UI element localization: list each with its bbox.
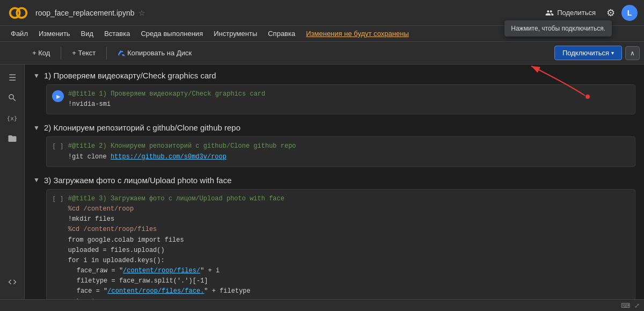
play-icon: ▶ bbox=[56, 93, 61, 99]
section-1-title: 1) Проверяем видеокарту/Check graphics c… bbox=[44, 71, 216, 80]
section-1-header: ▼ 1) Проверяем видеокарту/Check graphics… bbox=[33, 71, 635, 80]
cell-1-code: #@title 1) Проверяем видеокарту/Check gr… bbox=[68, 89, 630, 110]
cell-1: ▶ #@title 1) Проверяем видеокарту/Check … bbox=[46, 84, 635, 114]
sidebar-menu-icon[interactable]: ☰ bbox=[4, 69, 21, 86]
section-2-title: 2) Клонируем репозиторий с github/Clone … bbox=[44, 123, 240, 132]
code-line-3-3: !mkdir files bbox=[68, 214, 630, 225]
copy-to-drive-button[interactable]: Копировать на Диск bbox=[112, 46, 197, 60]
star-icon[interactable]: ☆ bbox=[138, 9, 145, 17]
code-line-3-4: %cd /content/roop/files bbox=[68, 225, 630, 235]
toolbar-separator-2 bbox=[106, 47, 107, 60]
sidebar-variables-icon[interactable]: {x} bbox=[4, 110, 21, 127]
settings-button[interactable]: ⚙ bbox=[606, 7, 615, 19]
toolbar: + Код + Текст Копировать на Диск Подключ… bbox=[0, 42, 644, 64]
menu-insert[interactable]: Вставка bbox=[100, 27, 134, 40]
code-line-3-7: for i in uploaded.keys(): bbox=[68, 256, 630, 266]
cell-2-code: #@title 2) Клонируем репозиторий с githu… bbox=[68, 141, 630, 162]
cell-2-bracket: [ ] bbox=[52, 143, 64, 150]
section-3-title: 3) Загружаем фото с лицом/Upload photo w… bbox=[44, 176, 232, 185]
main-layout: ☰ {x} ▼ 1) Проверяе bbox=[0, 64, 644, 311]
drive-icon bbox=[118, 49, 125, 57]
add-code-button[interactable]: + Код bbox=[27, 46, 55, 60]
sidebar-files-icon[interactable] bbox=[4, 130, 21, 147]
code-line-3-9: filetype = face_raw.split('.')[-1] bbox=[68, 276, 630, 286]
notebook-content: ▼ 1) Проверяем видеокарту/Check graphics… bbox=[25, 64, 644, 311]
svg-point-1 bbox=[17, 8, 26, 18]
toolbar-separator-1 bbox=[61, 47, 61, 60]
chevron-up-button[interactable]: ∧ bbox=[625, 46, 640, 60]
add-text-button[interactable]: + Текст bbox=[67, 46, 101, 60]
connect-button[interactable]: Подключиться ▾ bbox=[554, 46, 622, 60]
section-2-collapse[interactable]: ▼ bbox=[33, 124, 40, 132]
menu-file[interactable]: Файл bbox=[6, 27, 32, 40]
unsaved-warning: Изменения не будут сохранены bbox=[302, 27, 413, 40]
section-1-collapse[interactable]: ▼ bbox=[33, 72, 40, 79]
code-line-1-2: !nvidia-smi bbox=[68, 99, 630, 110]
menu-tools[interactable]: Инструменты bbox=[209, 27, 261, 40]
colab-logo bbox=[6, 1, 30, 25]
bottom-bar: ⌨ ⤢ bbox=[0, 299, 644, 311]
top-bar-right: Поделиться ⚙ L bbox=[541, 5, 638, 21]
code-line-3-2: %cd /content/roop bbox=[68, 204, 630, 214]
menu-edit[interactable]: Изменить bbox=[34, 27, 75, 40]
code-line-2-2: !git clone https://github.com/s0md3v/roo… bbox=[68, 152, 630, 162]
menu-help[interactable]: Справка bbox=[264, 27, 299, 40]
code-line-2-1: #@title 2) Клонируем репозиторий с githu… bbox=[68, 141, 630, 151]
section-3-collapse[interactable]: ▼ bbox=[33, 176, 40, 184]
file-name[interactable]: roop_face_replacement.ipynb bbox=[35, 9, 134, 17]
share-icon bbox=[545, 9, 554, 17]
cell-3-code: #@title 3) Загружаем фото с лицом/Upload… bbox=[68, 194, 630, 307]
toolbar-right: Подключиться ▾ ∧ bbox=[554, 46, 640, 60]
code-line-3-10: face = "/content/roop/files/face." + fil… bbox=[68, 286, 630, 296]
code-line-3-6: uploaded = files.upload() bbox=[68, 245, 630, 256]
menu-runtime[interactable]: Среда выполнения bbox=[136, 27, 207, 40]
menu-view[interactable]: Вид bbox=[77, 27, 98, 40]
cell-3-bracket: [ ] bbox=[52, 196, 64, 203]
code-line-3-1: #@title 3) Загружаем фото с лицом/Upload… bbox=[68, 194, 630, 204]
sidebar: ☰ {x} bbox=[0, 64, 25, 311]
user-avatar[interactable]: L bbox=[621, 5, 638, 21]
sidebar-search-icon[interactable] bbox=[4, 89, 21, 106]
code-line-3-8: face_raw = "/content/roop/files/" + i bbox=[68, 266, 630, 276]
cell-3: [ ] #@title 3) Загружаем фото с лицом/Up… bbox=[46, 189, 635, 311]
share-button[interactable]: Поделиться bbox=[541, 6, 600, 19]
section-2-header: ▼ 2) Клонируем репозиторий с github/Clon… bbox=[33, 123, 635, 132]
cell-1-run-button[interactable]: ▶ bbox=[52, 90, 64, 102]
section-3-header: ▼ 3) Загружаем фото с лицом/Upload photo… bbox=[33, 176, 635, 185]
code-line-1-1: #@title 1) Проверяем видеокарту/Check gr… bbox=[68, 89, 630, 99]
sidebar-code-icon[interactable] bbox=[4, 273, 21, 291]
code-line-3-5: from google.colab import files bbox=[68, 235, 630, 245]
bottom-expand-icon[interactable]: ⤢ bbox=[634, 302, 640, 309]
cell-2: [ ] #@title 2) Клонируем репозиторий с g… bbox=[46, 136, 635, 167]
connect-tooltip: Нажмите, чтобы подключиться. bbox=[504, 20, 612, 37]
bottom-keyboard-icon[interactable]: ⌨ bbox=[621, 302, 630, 309]
